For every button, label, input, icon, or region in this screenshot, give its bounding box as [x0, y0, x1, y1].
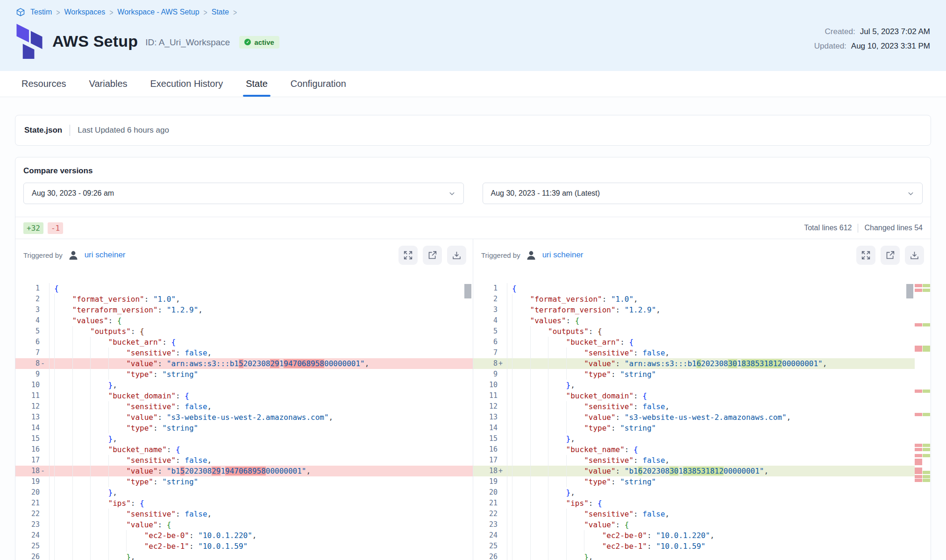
line-number: 22 — [15, 509, 40, 519]
code-text: }, — [49, 552, 473, 560]
code-line: 7"sensitive": false, — [473, 347, 915, 358]
version-select-right[interactable]: Aug 30, 2023 - 11:39 am (Latest) — [483, 183, 923, 204]
line-marker — [498, 509, 507, 519]
indent-guide — [530, 444, 548, 455]
open-external-button[interactable] — [423, 246, 442, 265]
line-number: 23 — [473, 519, 498, 530]
line-marker — [40, 390, 49, 401]
indent-guide — [54, 487, 72, 498]
line-number: 14 — [473, 423, 498, 433]
breadcrumb-separator: > — [233, 7, 237, 17]
indent-guide — [566, 455, 584, 466]
breadcrumb-link-testim[interactable]: Testim — [30, 8, 52, 16]
code-editor-right: 1{2"format_version": "1.0",3"terraform_v… — [473, 271, 931, 560]
code-line: 18-"value": "b15202308291947068958000000… — [15, 466, 473, 476]
scrollbar-thumb[interactable] — [906, 284, 913, 298]
line-marker — [40, 369, 49, 380]
line-number: 8 — [473, 358, 498, 369]
indent-guide — [512, 509, 530, 519]
open-external-button[interactable] — [881, 246, 900, 265]
indent-guide — [90, 509, 108, 519]
indent-guide — [512, 444, 530, 455]
line-number: 2 — [15, 294, 40, 305]
terraform-logo — [16, 23, 43, 59]
indent-guide — [90, 519, 108, 530]
line-marker — [40, 552, 49, 560]
indent-guide — [54, 412, 72, 423]
line-marker — [40, 476, 49, 487]
fullscreen-button[interactable] — [398, 246, 418, 265]
code-line: 24"ec2-be-0": "10.0.1.220", — [473, 530, 915, 541]
line-number: 15 — [473, 433, 498, 444]
tab-resources[interactable]: Resources — [21, 71, 66, 97]
breadcrumb-link-workspace-aws-setup[interactable]: Workspace - AWS Setup — [117, 8, 199, 16]
code-line: 25"ec2-be-1": "10.0.1.59" — [473, 541, 915, 552]
triggered-by-user-link[interactable]: uri scheiner — [542, 250, 583, 260]
line-number: 14 — [15, 423, 40, 433]
code-text: "value": "arn:aws:s3:::b1520230829194706… — [49, 358, 473, 369]
indent-guide — [566, 401, 584, 412]
expand-icon — [861, 250, 871, 260]
line-number: 4 — [15, 315, 40, 326]
code-editor-left: 1{2"format_version": "1.0",3"terraform_v… — [15, 271, 473, 560]
tab-variables[interactable]: Variables — [89, 71, 128, 97]
indent-guide — [54, 347, 72, 358]
compare-card: Compare versions Aug 30, 2023 - 09:26 am… — [15, 157, 931, 560]
code-line: 23"value": { — [473, 519, 915, 530]
line-number: 25 — [473, 541, 498, 552]
line-number: 18 — [15, 466, 40, 476]
indent-guide — [548, 466, 566, 476]
indent-guide — [72, 498, 91, 509]
indent-guide — [548, 519, 566, 530]
code-text: "sensitive": false, — [49, 509, 473, 519]
indent-guide — [54, 326, 72, 337]
breadcrumb-link-state[interactable]: State — [212, 8, 229, 16]
indent-guide — [512, 530, 530, 541]
code-text: "sensitive": false, — [507, 455, 915, 466]
code-line: 1{ — [15, 283, 473, 294]
code-text: "outputs": { — [49, 326, 473, 337]
code-line: 16"bucket_name": { — [473, 444, 915, 455]
total-lines: Total lines 612 — [804, 224, 852, 232]
indent-guide — [512, 487, 530, 498]
chevron-down-icon — [907, 190, 914, 197]
line-number: 1 — [473, 283, 498, 294]
indent-guide — [72, 433, 91, 444]
code-text: "type": "string" — [49, 423, 473, 433]
indent-guide — [90, 358, 108, 369]
version-select-left[interactable]: Aug 30, 2023 - 09:26 am — [23, 183, 464, 204]
code-line: 3"terraform_version": "1.2.9", — [15, 305, 473, 315]
updated-label: Updated: — [814, 42, 846, 50]
code-lines-left: 1{2"format_version": "1.0",3"terraform_v… — [15, 283, 473, 560]
line-marker — [40, 305, 49, 315]
fullscreen-button[interactable] — [856, 246, 875, 265]
tab-state[interactable]: State — [246, 71, 268, 97]
indent-guide — [548, 347, 566, 358]
dates: Created:Jul 5, 2023 7:02 AM Updated:Aug … — [814, 27, 930, 56]
code-text: "ips": { — [507, 498, 915, 509]
status-label: active — [254, 38, 274, 46]
triggered-by-user-link[interactable]: uri scheiner — [85, 250, 126, 260]
tab-configuration[interactable]: Configuration — [291, 71, 346, 97]
download-button[interactable] — [905, 246, 924, 265]
minimap-marker — [915, 454, 931, 457]
code-line: 10}, — [473, 380, 915, 390]
removed-marker: - — [40, 358, 49, 369]
line-marker — [40, 487, 49, 498]
scrollbar-thumb[interactable] — [464, 284, 471, 298]
indent-guide — [566, 358, 584, 369]
indent-guide — [108, 401, 127, 412]
code-line: 11"bucket_domain": { — [473, 390, 915, 401]
line-marker — [498, 455, 507, 466]
breadcrumb-link-workspaces[interactable]: Workspaces — [64, 8, 105, 16]
indent-guide — [548, 509, 566, 519]
download-button[interactable] — [447, 246, 466, 265]
code-text: "sensitive": false, — [49, 347, 473, 358]
tab-execution-history[interactable]: Execution History — [150, 71, 223, 97]
indent-guide — [566, 552, 584, 560]
line-marker — [498, 519, 507, 530]
indent-guide — [54, 423, 72, 433]
code-line: 8+"value": "arn:aws:s3:::b16202308301838… — [473, 358, 915, 369]
minimap-marker — [915, 289, 931, 292]
code-text: "format_version": "1.0", — [49, 294, 473, 305]
